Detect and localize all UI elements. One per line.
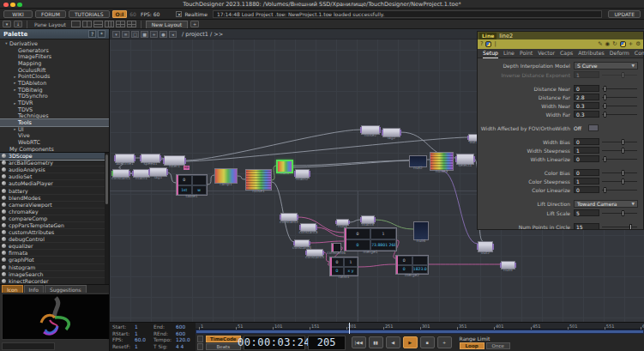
slider-handle[interactable]: [629, 224, 632, 230]
palette-tree-item-my-components[interactable]: My Components: [0, 146, 109, 152]
param-toggle[interactable]: [588, 124, 599, 131]
slider-handle[interactable]: [604, 156, 606, 162]
expander-icon[interactable]: ▸: [12, 101, 18, 106]
palette-tree-item-webrtc[interactable]: WebRTC: [0, 139, 109, 146]
param-value-field[interactable]: 0: [574, 186, 599, 193]
node-noise1[interactable]: noise1: [245, 169, 272, 191]
node-null3[interactable]: null3: [336, 219, 349, 226]
forum-button[interactable]: FORUM: [35, 10, 66, 18]
node-null4[interactable]: null4: [413, 221, 429, 240]
field-value[interactable]: 600: [176, 324, 185, 330]
slider-handle[interactable]: [604, 94, 606, 100]
parameter-titlebar[interactable]: Line line2: [478, 32, 643, 39]
param-tab-vector[interactable]: Vector: [538, 49, 555, 57]
palette-tree-item-pointclouds[interactable]: ▸PointClouds: [0, 73, 109, 80]
step-button[interactable]: ▪: [420, 336, 435, 348]
wiki-button[interactable]: WIKI: [3, 10, 33, 18]
palette-component-graphPlot[interactable]: graphPlot: [0, 257, 109, 263]
param-slider[interactable]: [602, 169, 637, 176]
node-null1[interactable]: null1: [276, 160, 293, 173]
palette-tree-item-tools[interactable]: Tools: [0, 119, 109, 126]
node-merge1[interactable]: 0101873.8801 268.0merge1: [344, 227, 397, 251]
palette-tree-item-tdableton[interactable]: ▸TDAbleton: [0, 80, 109, 87]
palette-component-arcBallGeometry[interactable]: arcBallGeometry: [0, 160, 109, 166]
palette-component-imageSearch[interactable]: imageSearch: [0, 271, 109, 278]
palette-pin-button[interactable]: *: [98, 30, 105, 38]
palette-component-3DScope[interactable]: 3DScope: [0, 153, 109, 160]
reload-icon[interactable]: ↻: [612, 41, 617, 47]
palette-tree-item-generators[interactable]: Generators: [0, 47, 109, 54]
pane-menu-icon[interactable]: ▾: [112, 31, 120, 38]
performance-indicator[interactable]: O:I: [112, 10, 128, 18]
play-forward-button[interactable]: ▶: [403, 336, 418, 348]
slider-handle[interactable]: [622, 72, 624, 78]
palette-tree-item-oculusrift[interactable]: OculusRift: [0, 67, 109, 74]
param-slider[interactable]: [602, 102, 637, 109]
layout-preset-icon[interactable]: [71, 21, 81, 27]
palette-component-firmata[interactable]: firmata: [0, 250, 109, 257]
once-button[interactable]: Once: [486, 342, 510, 349]
wire[interactable]: [442, 171, 478, 244]
palette-tree-item-imagefilters[interactable]: ImageFilters: [0, 53, 109, 60]
palette-component-equalizer[interactable]: equalizer: [0, 243, 109, 250]
node-constant6[interactable]: constant6: [331, 243, 341, 252]
palette-tree-item-mapping[interactable]: Mapping: [0, 60, 109, 67]
slider-handle[interactable]: [622, 210, 624, 216]
node-constant5[interactable]: constant5: [306, 249, 323, 257]
node-merge2[interactable]: 001823.0merge2: [395, 255, 429, 275]
beats-mode-button[interactable]: Beats: [206, 343, 241, 350]
fill-icon[interactable]: ■: [141, 31, 148, 38]
palette-component-audioSet[interactable]: audioSet: [0, 173, 109, 180]
field-value[interactable]: 1: [135, 324, 153, 330]
node-constant2[interactable]: constant2: [280, 213, 298, 221]
palette-tree-item-derivative[interactable]: ▾Derivative: [0, 40, 109, 47]
node-noise3[interactable]: noise3: [430, 152, 454, 171]
param-slider[interactable]: [602, 209, 637, 216]
palette-help-button[interactable]: ?: [88, 30, 96, 38]
realtime-checkbox[interactable]: ×: [176, 11, 182, 17]
param-value-field[interactable]: 2.8: [574, 94, 599, 100]
wire[interactable]: [238, 176, 245, 179]
node-lag1[interactable]: lag1: [149, 167, 167, 177]
node-ratio1[interactable]: 010x yratio1: [329, 257, 358, 276]
param-slider[interactable]: [602, 155, 637, 162]
palette-tree-item-vive[interactable]: Vive: [0, 133, 109, 140]
node-constant4[interactable]: constant4: [294, 239, 310, 247]
palette-component-kinectRecorder[interactable]: kinectRecorder: [0, 278, 109, 284]
layout-preset-icon[interactable]: [116, 21, 125, 27]
expander-icon[interactable]: ▾: [3, 41, 9, 45]
help-icon[interactable]: ?: [480, 41, 483, 47]
play-reverse-button[interactable]: ◀: [386, 336, 400, 348]
playhead-marker[interactable]: [349, 323, 350, 334]
node-ramp1[interactable]: ramp1: [214, 168, 238, 184]
param-tab-line[interactable]: Line: [503, 49, 515, 57]
wire[interactable]: [358, 264, 395, 267]
param-value-field[interactable]: 0.3: [574, 102, 599, 109]
palette-tree-item-tdvr[interactable]: ▸TDVR: [0, 100, 109, 106]
node-flag-badge[interactable]: op: [184, 166, 190, 170]
param-slider[interactable]: [602, 138, 637, 145]
layout-preset-icon[interactable]: [127, 21, 136, 27]
param-menu[interactable]: S Curve▼: [574, 62, 638, 70]
param-tab-setup[interactable]: Setup: [483, 49, 498, 58]
dot-icon[interactable]: ●: [159, 31, 167, 38]
param-value-field[interactable]: 0: [574, 169, 599, 176]
param-value-field[interactable]: 15: [574, 223, 599, 230]
param-value-field[interactable]: 0: [574, 138, 599, 145]
node-noise2[interactable]: noise2: [361, 125, 380, 135]
layout-preset-icon[interactable]: [105, 21, 114, 27]
python-icon[interactable]: [485, 41, 491, 47]
wire[interactable]: [167, 172, 176, 183]
timecode-mode-button[interactable]: TimeCode: [206, 336, 241, 342]
pane-expand-icon[interactable]: ↓: [14, 21, 22, 27]
add-layout-button[interactable]: +: [190, 21, 199, 27]
wire[interactable]: [349, 220, 361, 222]
node-null2[interactable]: null2: [409, 155, 427, 167]
palette-tab-suggestions[interactable]: Suggestions: [45, 285, 87, 293]
slider-handle[interactable]: [622, 170, 624, 176]
grid-snap-icon[interactable]: □: [131, 31, 139, 38]
node-constant1[interactable]: constant1: [112, 169, 129, 178]
param-value-field[interactable]: 1: [574, 71, 599, 78]
palette-component-debugControl[interactable]: debugControl: [0, 236, 109, 243]
tab-new-layout[interactable]: New Layout: [146, 21, 188, 28]
